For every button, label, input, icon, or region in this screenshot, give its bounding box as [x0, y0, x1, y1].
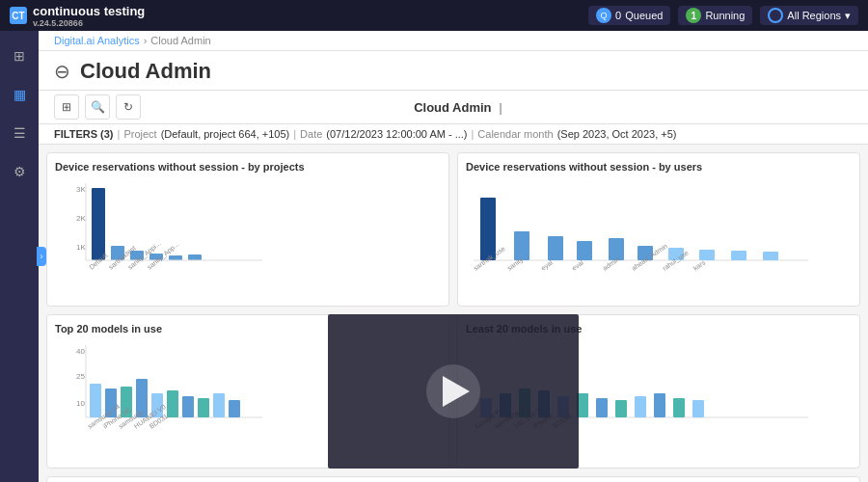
- chart-reservations-projects-svg: 3K 2K 1K: [55, 178, 267, 275]
- svg-rect-62: [615, 400, 627, 417]
- svg-rect-48: [229, 400, 240, 417]
- svg-text:25: 25: [76, 372, 85, 381]
- filter-sep-2: |: [293, 128, 296, 140]
- svg-text:10: 10: [76, 399, 85, 408]
- running-label: Running: [705, 10, 745, 21]
- filter-calendar-value: (Sep 2023, Oct 2023, +5): [557, 128, 677, 140]
- svg-rect-8: [169, 255, 182, 260]
- chevron-down-icon: ▾: [845, 10, 851, 22]
- filter-sep-1: |: [118, 128, 121, 140]
- toolbar-divider: |: [499, 100, 502, 115]
- svg-rect-64: [654, 393, 665, 417]
- chart-reservations-projects: Device reservations without session - by…: [46, 152, 449, 307]
- svg-text:3K: 3K: [76, 185, 86, 194]
- breadcrumb-parent[interactable]: Digital.ai Analytics: [54, 35, 140, 46]
- svg-rect-17: [514, 231, 529, 260]
- breadcrumb-separator: ›: [144, 35, 148, 46]
- charts-row-3: Session type usage by project 350 250 15…: [46, 476, 860, 482]
- svg-rect-46: [198, 398, 209, 417]
- svg-rect-66: [692, 400, 704, 417]
- breadcrumb-current: Cloud Admin: [150, 35, 210, 46]
- svg-rect-18: [548, 236, 563, 260]
- main-layout: ⊞ ▦ ☰ ⚙ › Digital.ai Analytics › Cloud A…: [0, 31, 868, 482]
- sidebar-item-devices[interactable]: ☰: [4, 118, 35, 148]
- filters-count: FILTERS (3): [54, 128, 114, 140]
- region-label: All Regions: [787, 10, 841, 21]
- play-icon: [443, 376, 470, 407]
- app-name: continuous testing: [33, 4, 145, 18]
- filter-project-label: Project: [123, 128, 156, 140]
- charts-row-1: Device reservations without session - by…: [46, 152, 860, 307]
- queued-label: Queued: [625, 10, 663, 21]
- top-navbar: CT continuous testing v.24.5.20866 Q 0 Q…: [0, 0, 868, 31]
- svg-text:2K: 2K: [76, 214, 86, 223]
- sidebar-item-settings[interactable]: ⚙: [4, 156, 35, 187]
- chart-top20-svg: 40 25 10: [55, 340, 267, 432]
- sidebar-item-analytics[interactable]: ▦: [4, 79, 35, 110]
- svg-rect-47: [213, 393, 225, 417]
- sidebar: ⊞ ▦ ☰ ⚙ ›: [0, 31, 39, 482]
- charts-row-2: Top 20 models in use 40 25 10: [46, 314, 860, 469]
- app-version: v.24.5.20866: [33, 18, 145, 28]
- svg-text:1K: 1K: [76, 243, 86, 252]
- chart-reservations-users-svg: sarthak_use sanity eyal eval admin ahead…: [466, 178, 813, 275]
- app-name-group: continuous testing v.24.5.20866: [33, 4, 145, 28]
- toolbar-search-btn[interactable]: 🔍: [85, 94, 110, 120]
- filter-date-value: (07/12/2023 12:00:00 AM - ...): [326, 128, 467, 140]
- filter-calendar-label: Calendar month: [477, 128, 553, 140]
- filter-project-value: (Default, project 664, +105): [161, 128, 290, 140]
- navbar-right: Q 0 Queued 1 Running All Regions ▾: [588, 6, 858, 25]
- svg-rect-65: [673, 398, 685, 417]
- chart-reservations-users-title: Device reservations without session - by…: [466, 161, 852, 173]
- running-count: 1: [686, 8, 701, 23]
- queued-badge[interactable]: Q 0 Queued: [588, 6, 670, 25]
- toolbar-grid-btn[interactable]: ⊞: [54, 94, 79, 120]
- chart-reservations-users: Device reservations without session - by…: [457, 152, 860, 307]
- filters-bar: FILTERS (3) | Project (Default, project …: [39, 124, 868, 145]
- region-selector[interactable]: All Regions ▾: [760, 6, 858, 25]
- svg-rect-19: [577, 241, 592, 260]
- cloud-icon: ⊖: [54, 60, 70, 83]
- app-brand: CT continuous testing v.24.5.20866: [10, 4, 145, 28]
- sidebar-item-grid[interactable]: ⊞: [4, 40, 35, 71]
- toolbar: ⊞ 🔍 ↻ Cloud Admin |: [39, 91, 868, 124]
- queue-icon: Q: [596, 8, 611, 23]
- play-button[interactable]: [426, 364, 480, 418]
- charts-area: Device reservations without session - by…: [39, 145, 868, 482]
- breadcrumb: Digital.ai Analytics › Cloud Admin: [39, 31, 868, 51]
- svg-rect-25: [763, 252, 778, 260]
- svg-text:eyal: eyal: [540, 258, 555, 272]
- svg-rect-24: [731, 251, 746, 260]
- main-content: Digital.ai Analytics › Cloud Admin ⊖ Clo…: [39, 31, 868, 482]
- globe-icon: [768, 8, 783, 23]
- toolbar-left: ⊞ 🔍 ↻: [54, 94, 141, 120]
- running-badge[interactable]: 1 Running: [678, 6, 752, 25]
- svg-rect-44: [167, 390, 178, 417]
- queued-count: 0: [615, 10, 621, 21]
- app-logo: CT: [10, 7, 27, 24]
- toolbar-refresh-btn[interactable]: ↻: [116, 94, 141, 120]
- svg-rect-4: [92, 188, 105, 260]
- filter-sep-3: |: [472, 128, 475, 140]
- filter-date-label: Date: [300, 128, 322, 140]
- svg-rect-61: [596, 398, 608, 417]
- chart-reservations-projects-title: Device reservations without session - by…: [55, 161, 441, 173]
- svg-rect-9: [188, 254, 202, 260]
- page-title: Cloud Admin: [80, 59, 211, 84]
- svg-rect-63: [635, 396, 646, 417]
- video-overlay[interactable]: [328, 314, 579, 469]
- svg-rect-39: [90, 384, 101, 417]
- toolbar-title: Cloud Admin |: [414, 100, 502, 115]
- svg-text:40: 40: [76, 347, 85, 356]
- svg-rect-45: [182, 396, 194, 417]
- sidebar-toggle[interactable]: ›: [37, 247, 46, 266]
- chart-session-project: Session type usage by project 350 250 15…: [46, 476, 860, 482]
- page-header: ⊖ Cloud Admin: [39, 51, 868, 91]
